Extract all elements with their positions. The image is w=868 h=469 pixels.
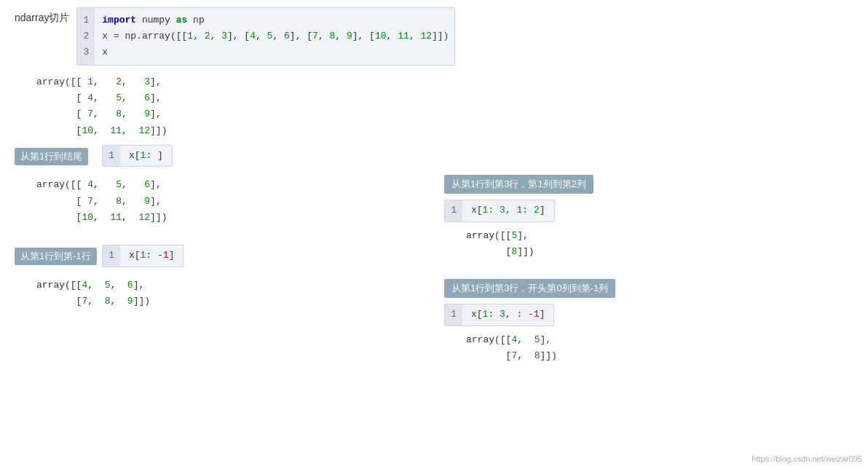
section3-heading: 从第1行到第3行，第1列到第2列 [444,175,845,200]
section4-code-block: 1 x[1: 3, : -1] [444,304,554,326]
section1-label-area: 从第1行到结尾 [15,145,102,165]
section4-label: 从第1行到第3行，开头第0列到第-1列 [444,279,615,298]
top-code-content: import numpy as np x = np.array([[1, 2, … [95,8,455,65]
line-numbers: 1 2 3 [77,8,95,65]
section3-block: 从第1行到第3行，第1列到第2列 1 x[1: 3, 1: 2] array([… [444,175,845,266]
section1-code-area: 1 x[1: ] [102,145,422,168]
section2-code-area: 1 x[1: -1] [102,245,422,267]
section4-output: array([[4, 5], [7, 8]]) [444,326,845,370]
section1-code-block: 1 x[1: ] [102,145,173,168]
section1-label: 从第1行到结尾 [15,148,88,165]
section3-line-num: 1 [445,200,462,221]
section3-code-block: 1 x[1: 3, 1: 2] [444,200,555,222]
section2-output: array([[4, 5, 6], [7, 8, 9]]) [15,272,422,315]
section2-code-block: 1 x[1: -1] [102,245,184,267]
section2-code: x[1: -1] [120,245,183,267]
section1-code: x[1: ] [120,146,172,167]
section3-output: array([[5], [8]]) [444,222,845,266]
section3-code: x[1: 3, 1: 2] [462,200,554,221]
main-label: ndarray切片 [15,7,69,25]
section2-row: 从第1行到第-1行 1 x[1: -1] [15,245,422,267]
section3-label: 从第1行到第3行，第1列到第2列 [444,175,593,194]
section2-line-num: 1 [103,245,120,267]
section2-block: 从第1行到第-1行 1 x[1: -1] array([[4, 5, 6], [… [15,245,422,315]
section4-heading: 从第1行到第3行，开头第0列到第-1列 [444,279,845,304]
section2-label: 从第1行到第-1行 [15,248,97,265]
right-column: 从第1行到第3行，第1列到第2列 1 x[1: 3, 1: 2] array([… [422,7,845,462]
section4-code: x[1: 3, : -1] [462,304,553,326]
left-column: ndarray切片 1 2 3 import numpy as np x = n… [15,7,422,462]
section4-line-num: 1 [445,304,462,326]
watermark: https://blog.csdn.net/weizar095 [751,454,862,463]
section1-line-num: 1 [103,146,120,167]
section1-row: 从第1行到结尾 1 x[1: ] [15,145,422,168]
section2-label-area: 从第1行到第-1行 [15,245,102,265]
top-section: ndarray切片 1 2 3 import numpy as np x = n… [15,7,422,66]
section4-block: 从第1行到第3行，开头第0列到第-1列 1 x[1: 3, : -1] arra… [444,279,845,370]
section1-block: 从第1行到结尾 1 x[1: ] array([[ 4, 5, 6], [ 7,… [15,145,422,232]
top-output: array([[ 1, 2, 3], [ 4, 5, 6], [ 7, 8, 9… [15,68,422,144]
section1-output: array([[ 4, 5, 6], [ 7, 8, 9], [10, 11, … [15,171,422,231]
top-code-block: 1 2 3 import numpy as np x = np.array([[… [76,7,455,66]
